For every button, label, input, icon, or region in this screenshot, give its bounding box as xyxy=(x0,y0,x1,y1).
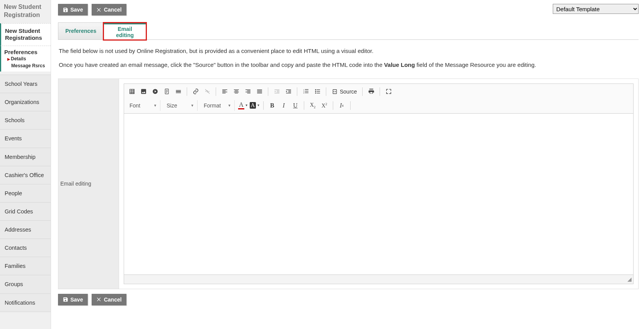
chevron-down-icon: ▼ xyxy=(228,104,231,107)
ck-toolbar: 123 Source Font▼ Size▼ Format▼ xyxy=(124,84,634,114)
svg-rect-12 xyxy=(222,93,226,93)
p2c: field of the Message Resource you are ed… xyxy=(415,61,536,68)
save-button[interactable]: Save xyxy=(58,4,88,15)
separator xyxy=(326,87,326,96)
italic-icon[interactable]: I xyxy=(278,100,289,111)
svg-rect-26 xyxy=(276,90,279,91)
size-combo[interactable]: Size▼ xyxy=(164,100,198,111)
subscript-icon[interactable]: X2 xyxy=(307,100,318,111)
separator xyxy=(380,87,380,96)
svg-rect-6 xyxy=(176,91,181,92)
svg-rect-22 xyxy=(257,90,262,91)
p2a: Once you have created an email message, … xyxy=(59,61,384,68)
underline-icon[interactable]: U xyxy=(290,100,301,111)
table-icon[interactable] xyxy=(126,86,137,97)
sidebar-item-notifications[interactable]: Notifications xyxy=(0,294,51,312)
source-label: Source xyxy=(340,89,357,95)
sidebar-item-contacts[interactable]: Contacts xyxy=(0,239,51,257)
cancel-button[interactable]: Cancel xyxy=(92,4,126,15)
save-icon xyxy=(63,7,68,13)
sidebar-item-families[interactable]: Families xyxy=(0,257,51,275)
svg-rect-23 xyxy=(257,92,262,92)
separator xyxy=(350,101,351,110)
svg-rect-36 xyxy=(305,89,308,90)
superscript-icon[interactable]: X2 xyxy=(319,100,330,111)
svg-rect-15 xyxy=(234,92,239,92)
svg-rect-5 xyxy=(176,90,181,90)
source-button[interactable]: Source xyxy=(329,86,359,97)
align-center-icon[interactable] xyxy=(231,86,242,97)
numbered-list-icon[interactable]: 123 xyxy=(300,86,311,97)
sidebar-item-people[interactable]: People xyxy=(0,184,51,203)
bg-color-icon[interactable]: A▼ xyxy=(249,100,260,111)
source-code-icon xyxy=(332,89,338,95)
page-break-icon[interactable] xyxy=(161,86,172,97)
format-combo[interactable]: Format▼ xyxy=(201,100,235,111)
svg-rect-27 xyxy=(276,92,279,92)
align-left-icon[interactable] xyxy=(219,86,230,97)
font-combo-label: Font xyxy=(129,102,140,109)
sidebar-item-events[interactable]: Events xyxy=(0,130,51,148)
p2b: Value Long xyxy=(384,61,415,68)
sidebar-item-schools[interactable]: Schools xyxy=(0,111,51,130)
separator xyxy=(216,87,216,96)
sidebar-pref-message-rsrcs[interactable]: Message Rsrcs xyxy=(4,62,48,69)
cancel-label: Cancel xyxy=(104,297,122,303)
maximize-icon[interactable] xyxy=(383,86,394,97)
template-select[interactable]: Default Template xyxy=(553,4,639,14)
sidebar-item-school-years[interactable]: School Years xyxy=(0,75,51,93)
align-right-icon[interactable] xyxy=(242,86,253,97)
remove-format-icon[interactable]: Ix xyxy=(336,100,347,111)
chevron-down-icon: ▼ xyxy=(153,104,157,107)
text-color-icon[interactable]: A▼ xyxy=(238,100,249,111)
sidebar-item-new-student-registrations[interactable]: New Student Registrations xyxy=(0,23,51,46)
svg-text:3: 3 xyxy=(303,92,304,94)
sidebar-item-organizations[interactable]: Organizations xyxy=(0,93,51,111)
separator xyxy=(263,101,264,110)
sidebar-pref-details[interactable]: ▶Details xyxy=(4,55,48,62)
unlink-icon[interactable] xyxy=(202,86,213,97)
size-combo-label: Size xyxy=(167,102,177,109)
svg-rect-16 xyxy=(235,93,238,93)
sidebar-item-addresses[interactable]: Addresses xyxy=(0,221,51,239)
indent-icon[interactable] xyxy=(283,86,294,97)
sidebar-item-cashiers-office[interactable]: Cashier's Office xyxy=(0,166,51,184)
image-icon[interactable] xyxy=(138,86,149,97)
bold-icon[interactable]: B xyxy=(267,100,278,111)
svg-rect-7 xyxy=(176,92,181,93)
separator xyxy=(268,87,268,96)
save-icon xyxy=(63,297,68,302)
sidebar: New Student Registration New Student Reg… xyxy=(0,0,51,329)
tab-email-l2: editing xyxy=(116,32,134,38)
sidebar-item-grid-codes[interactable]: Grid Codes xyxy=(0,203,51,221)
pref-sub1-label: Details xyxy=(11,56,26,61)
close-icon xyxy=(96,297,102,302)
outdent-icon[interactable] xyxy=(271,86,282,97)
font-combo[interactable]: Font▼ xyxy=(126,100,160,111)
active-section-l2: Registrations xyxy=(5,34,42,41)
ck-footer: ◢ xyxy=(124,275,634,284)
ck-content-area[interactable] xyxy=(124,114,634,275)
ck-row-1: 123 Source xyxy=(126,85,631,98)
cancel-button-bottom[interactable]: Cancel xyxy=(92,294,126,305)
app-title-line2: Registration xyxy=(4,12,40,18)
tab-preferences[interactable]: Preferences xyxy=(58,22,104,39)
align-justify-icon[interactable] xyxy=(254,86,265,97)
sidebar-item-groups[interactable]: Groups xyxy=(0,275,51,293)
tab-email-editing[interactable]: Email editing xyxy=(104,23,146,40)
link-icon[interactable] xyxy=(190,86,201,97)
save-button-bottom[interactable]: Save xyxy=(58,294,88,305)
main-content: Save Cancel Default Template Preferences… xyxy=(51,0,644,329)
sidebar-item-membership[interactable]: Membership xyxy=(0,148,51,166)
print-icon[interactable] xyxy=(366,86,377,97)
sidebar-pref-label[interactable]: Preferences xyxy=(4,49,48,55)
svg-rect-11 xyxy=(222,92,227,92)
bulleted-list-icon[interactable] xyxy=(312,86,323,97)
tabs: Preferences Email editing xyxy=(58,22,639,40)
app-title-line1: New Student xyxy=(4,3,41,10)
svg-rect-42 xyxy=(317,90,320,90)
embed-icon[interactable] xyxy=(150,86,160,97)
horizontal-line-icon[interactable] xyxy=(173,86,184,97)
separator xyxy=(362,87,363,96)
resize-handle-icon[interactable]: ◢ xyxy=(627,276,632,282)
